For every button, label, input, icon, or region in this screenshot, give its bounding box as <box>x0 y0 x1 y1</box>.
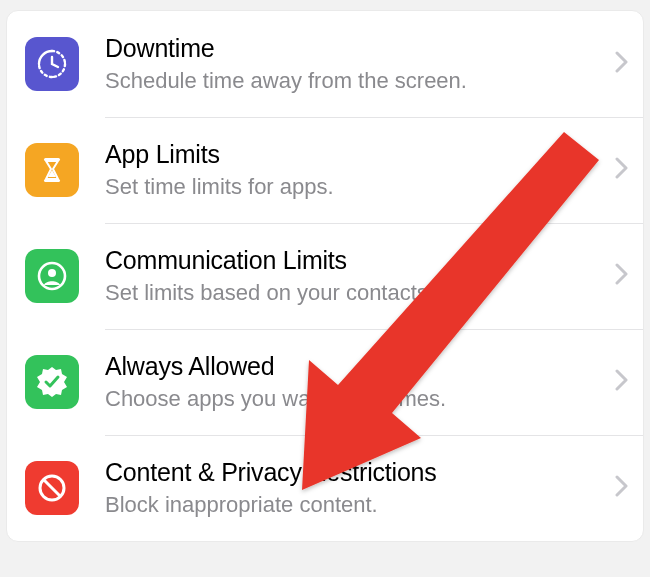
row-title: Always Allowed <box>105 351 605 382</box>
row-communication-limits[interactable]: Communication Limits Set limits based on… <box>7 223 643 329</box>
row-text: Downtime Schedule time away from the scr… <box>105 33 605 96</box>
settings-group-container: Downtime Schedule time away from the scr… <box>0 0 650 542</box>
row-downtime[interactable]: Downtime Schedule time away from the scr… <box>7 11 643 117</box>
hourglass-icon <box>25 143 79 197</box>
settings-group: Downtime Schedule time away from the scr… <box>6 10 644 542</box>
row-subtitle: Block inappropriate content. <box>105 490 605 520</box>
person-circle-icon <box>25 249 79 303</box>
row-text: Always Allowed Choose apps you want at a… <box>105 351 605 414</box>
row-subtitle: Schedule time away from the screen. <box>105 66 605 96</box>
row-subtitle: Choose apps you want at all times. <box>105 384 605 414</box>
row-app-limits[interactable]: App Limits Set time limits for apps. <box>7 117 643 223</box>
svg-point-3 <box>48 269 56 277</box>
svg-line-5 <box>44 480 60 496</box>
chevron-right-icon <box>615 475 629 501</box>
chevron-right-icon <box>615 369 629 395</box>
clock-dashed-icon <box>25 37 79 91</box>
row-title: Downtime <box>105 33 605 64</box>
row-title: Content & Privacy Restrictions <box>105 457 605 488</box>
row-content-privacy-restrictions[interactable]: Content & Privacy Restrictions Block ina… <box>7 435 643 541</box>
chevron-right-icon <box>615 157 629 183</box>
row-subtitle: Set limits based on your contacts. <box>105 278 605 308</box>
seal-check-icon <box>25 355 79 409</box>
row-text: Communication Limits Set limits based on… <box>105 245 605 308</box>
row-title: Communication Limits <box>105 245 605 276</box>
row-text: Content & Privacy Restrictions Block ina… <box>105 457 605 520</box>
row-text: App Limits Set time limits for apps. <box>105 139 605 202</box>
row-subtitle: Set time limits for apps. <box>105 172 605 202</box>
chevron-right-icon <box>615 51 629 77</box>
row-title: App Limits <box>105 139 605 170</box>
chevron-right-icon <box>615 263 629 289</box>
no-symbol-icon <box>25 461 79 515</box>
row-always-allowed[interactable]: Always Allowed Choose apps you want at a… <box>7 329 643 435</box>
